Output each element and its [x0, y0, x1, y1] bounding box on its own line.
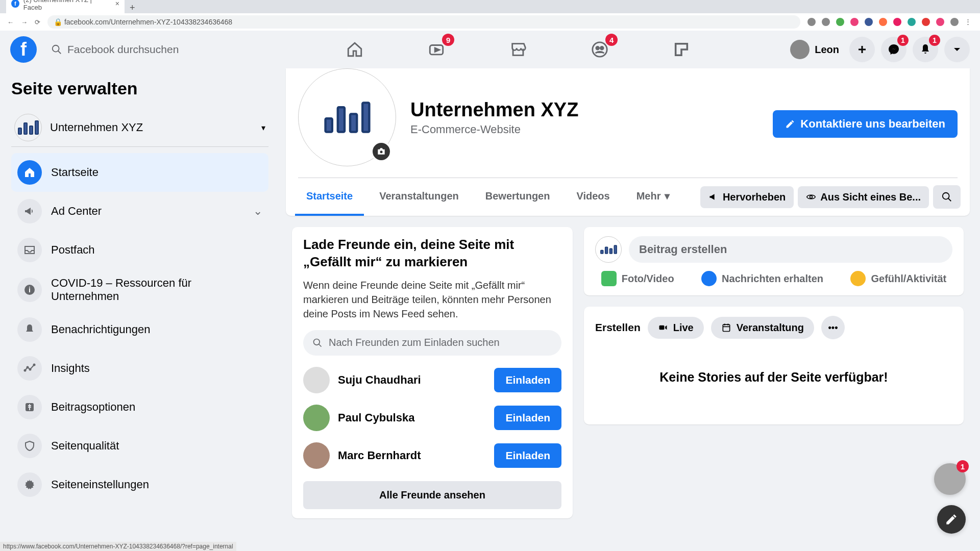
url-input[interactable]: 🔒 facebook.com/Unternehmen-XYZ-104338234… [47, 15, 800, 29]
tab-mehr[interactable]: Mehr▾ [625, 178, 681, 216]
avatar [303, 442, 330, 469]
page-search-button[interactable] [933, 185, 961, 209]
dots-icon: ••• [828, 322, 838, 333]
event-button[interactable]: Veranstaltung [711, 317, 814, 339]
get-messages-button[interactable]: Nachrichten erhalten [701, 271, 823, 286]
ext-icon[interactable] [822, 18, 830, 26]
groups-tab[interactable]: 4 [587, 37, 612, 62]
ext-icon[interactable] [936, 18, 944, 26]
svg-point-15 [380, 151, 383, 153]
messenger-badge: 1 [897, 35, 909, 46]
button-label: Live [673, 322, 694, 334]
friend-search-input[interactable]: Nach Freunden zum Einladen suchen [303, 330, 561, 356]
menu-icon[interactable]: ⋮ [965, 18, 973, 26]
button-label: Veranstaltung [737, 322, 804, 334]
button-label: Aus Sicht eines Be... [820, 191, 921, 203]
new-tab-button[interactable]: + [125, 3, 140, 13]
chevron-down-icon: ⌄ [253, 205, 262, 218]
live-button[interactable]: Live [648, 317, 704, 339]
no-stories-message: Keine Stories auf der Seite verfügbar! [595, 339, 952, 415]
promote-button[interactable]: Hervorheben [700, 186, 794, 208]
avatar-icon[interactable] [950, 18, 959, 26]
ext-icon[interactable] [836, 18, 844, 26]
invite-button[interactable]: Einladen [494, 368, 561, 392]
account-menu-button[interactable] [944, 37, 970, 62]
invite-button[interactable]: Einladen [494, 443, 561, 468]
sidebar-item-covid[interactable]: i COVID-19 – Ressourcen für Unternehmen [11, 269, 268, 310]
chat-head[interactable]: 1 [934, 463, 966, 495]
avatar [790, 40, 810, 59]
caret-down-icon: ▾ [261, 123, 265, 133]
home-tab[interactable] [342, 37, 368, 62]
new-message-button[interactable] [937, 505, 966, 534]
pencil-icon [945, 513, 958, 526]
friend-name: Suju Chaudhari [338, 373, 486, 387]
see-all-friends-button[interactable]: Alle Freunde ansehen [303, 481, 561, 509]
sidebar-item-label: Beitragsoptionen [51, 400, 135, 414]
svg-rect-21 [659, 325, 664, 330]
gaming-tab[interactable] [669, 37, 694, 62]
search-icon [312, 338, 323, 348]
page-main: Unternehmen XYZ E-Commerce-Website Konta… [276, 68, 980, 551]
search-input[interactable]: Facebook durchsuchen [42, 36, 246, 63]
user-profile-link[interactable]: Leon [790, 40, 843, 59]
invite-button[interactable]: Einladen [494, 406, 561, 430]
sidebar-item-insights[interactable]: Insights [11, 349, 268, 388]
ext-icon[interactable] [865, 18, 873, 26]
sidebar-item-startseite[interactable]: Startseite [11, 153, 268, 192]
page-profile-picture[interactable] [298, 68, 396, 166]
facebook-logo[interactable]: f [10, 36, 37, 63]
groups-badge: 4 [605, 34, 618, 46]
sidebar-item-publishing-tools[interactable]: Beitragsoptionen [11, 388, 268, 427]
avatar [303, 405, 330, 431]
edit-contact-button[interactable]: Kontaktiere uns bearbeiten [773, 110, 958, 138]
marketplace-tab[interactable] [505, 37, 531, 62]
sidebar-item-inbox[interactable]: Postfach [11, 231, 268, 269]
view-as-button[interactable]: Aus Sicht eines Be... [798, 186, 929, 208]
ext-icon[interactable] [807, 18, 816, 26]
svg-text:i: i [29, 286, 31, 294]
edit-photo-button[interactable] [371, 141, 391, 162]
notifications-button[interactable]: 1 [913, 37, 938, 62]
back-icon[interactable]: ← [7, 18, 14, 26]
tab-label: Bewertungen [485, 190, 550, 202]
avatar [303, 367, 330, 393]
tab-videos[interactable]: Videos [565, 178, 621, 216]
feeling-activity-button[interactable]: Gefühl/Aktivität [850, 271, 946, 286]
tab-veranstaltungen[interactable]: Veranstaltungen [368, 178, 470, 216]
ext-icon[interactable] [879, 18, 887, 26]
tab-bewertungen[interactable]: Bewertungen [474, 178, 561, 216]
tab-title: (2) Unternehmen XYZ | Faceb [23, 0, 111, 11]
ext-icon[interactable] [850, 18, 859, 26]
tab-startseite[interactable]: Startseite [295, 178, 364, 216]
ext-icon[interactable] [908, 18, 916, 26]
invite-desc: Wenn deine Freunde deine Seite mit „Gefä… [303, 278, 561, 321]
svg-point-5 [596, 46, 599, 49]
feeling-icon [850, 271, 866, 286]
create-button[interactable] [849, 37, 875, 62]
action-label: Nachrichten erhalten [722, 273, 823, 285]
ext-icon[interactable] [893, 18, 901, 26]
chat-badge: 1 [957, 460, 969, 472]
eye-icon [806, 192, 816, 202]
sidebar-item-page-quality[interactable]: Seitenqualität [11, 427, 268, 465]
watch-tab[interactable]: 9 [424, 37, 449, 62]
sidebar-item-ad-center[interactable]: Ad Center ⌄ [11, 192, 268, 231]
browser-tab[interactable]: f (2) Unternehmen XYZ | Faceb × [6, 0, 125, 13]
messenger-button[interactable]: 1 [881, 37, 906, 62]
friend-name: Marc Bernhardt [338, 449, 486, 462]
user-name: Leon [815, 44, 839, 56]
ext-icon[interactable] [922, 18, 930, 26]
edit-button-label: Kontaktiere uns bearbeiten [800, 117, 945, 131]
close-icon[interactable]: × [115, 0, 119, 8]
page-selector[interactable]: Unternehmen XYZ ▾ [11, 109, 268, 147]
create-post-input[interactable]: Beitrag erstellen [629, 236, 952, 263]
forward-icon[interactable]: → [21, 18, 28, 26]
reload-icon[interactable]: ⟳ [35, 18, 40, 26]
create-story-card: Erstellen Live Veranstaltung ••• Keine S… [584, 307, 964, 424]
more-create-button[interactable]: ••• [821, 316, 845, 339]
photo-video-button[interactable]: Foto/Video [601, 271, 674, 286]
sidebar-item-settings[interactable]: Seiteneinstellungen [11, 465, 268, 504]
sidebar-item-notifications[interactable]: Benachrichtigungen [11, 310, 268, 349]
friend-row: Suju Chaudhari Einladen [303, 367, 561, 393]
